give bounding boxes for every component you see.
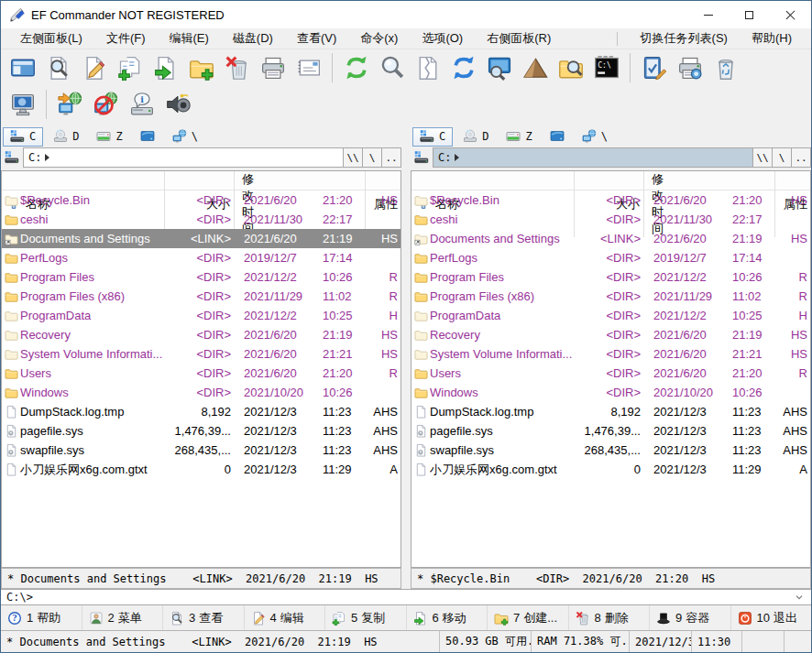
file-row[interactable]: pagefile.sys1,476,39...2021/12/311:23AHS — [411, 421, 810, 441]
file-row[interactable]: swapfile.sys268,435,...2021/12/311:23AHS — [2, 441, 401, 460]
file-row[interactable]: Program Files<DIR>2021/12/210:26R — [411, 267, 810, 287]
fkey-9-tophat-button[interactable]: 9容器 — [650, 605, 731, 630]
file-row[interactable]: 小刀娱乐网x6g.com.gtxt02021/12/311:29A — [2, 460, 401, 479]
file-row[interactable]: swapfile.sys268,435,...2021/12/311:23AHS — [411, 441, 810, 460]
drive-tab-Z[interactable]: Z — [499, 127, 539, 147]
copy-button[interactable] — [112, 51, 148, 84]
file-row[interactable]: ProgramData<DIR>2021/12/210:25H — [2, 306, 401, 325]
panels-button[interactable] — [5, 51, 40, 84]
drive-tab-C[interactable]: C — [3, 127, 43, 147]
file-row[interactable]: $Recycle.Bin<DIR>2021/6/2021:20HS — [411, 190, 810, 210]
drive-tab-\[interactable]: \ — [575, 127, 615, 147]
cmd-button[interactable]: C:\ — [588, 51, 624, 84]
right-parent-button[interactable]: .. — [792, 147, 811, 168]
file-row[interactable]: $Recycle.Bin<DIR>2021/6/2021:20HS — [2, 190, 401, 210]
left-backslash-button[interactable]: \ — [363, 147, 382, 168]
file-row[interactable]: Users<DIR>2021/6/2021:20R — [411, 364, 810, 383]
menu-item-3[interactable]: 磁盘(D) — [221, 28, 285, 49]
pyramid-button[interactable] — [517, 51, 553, 84]
fkey-7-newfolder-button[interactable]: 7创建... — [488, 605, 569, 630]
menu-item-right-1[interactable]: 帮助(H) — [740, 28, 804, 49]
move-button[interactable] — [148, 51, 183, 84]
fkey-3-view-button[interactable]: 3查看 — [163, 605, 245, 630]
edit-button[interactable] — [76, 51, 112, 84]
file-row[interactable]: Windows<DIR>2021/10/2010:26 — [2, 383, 401, 402]
options-button[interactable] — [636, 51, 672, 84]
print-button[interactable] — [255, 51, 291, 84]
file-row[interactable]: PerfLogs<DIR>2019/12/717:14 — [2, 248, 401, 267]
drive-tab-\[interactable]: \ — [165, 127, 205, 147]
search-button[interactable] — [374, 51, 410, 84]
left-parent-button[interactable]: .. — [382, 147, 401, 168]
fkey-5-copy-button[interactable]: 5复制 — [325, 605, 407, 630]
menu-item-1[interactable]: 文件(F) — [94, 28, 158, 49]
menu-item-5[interactable]: 命令(x) — [348, 28, 410, 49]
view-button[interactable] — [40, 51, 76, 84]
file-row[interactable]: Documents and Settings<LINK>2021/6/2021:… — [2, 229, 401, 248]
drive-tab-C[interactable]: C — [412, 127, 453, 147]
chevron-down-icon[interactable] — [793, 591, 806, 604]
trash-button[interactable] — [708, 51, 743, 84]
file-row[interactable]: Recovery<DIR>2021/6/2021:19HS — [411, 325, 810, 344]
split-button[interactable] — [410, 51, 445, 84]
file-row[interactable]: DumpStack.log.tmp8,1922021/12/311:23AHS — [2, 402, 401, 421]
right-backslash-button[interactable]: \ — [773, 147, 792, 168]
right-root-button[interactable]: \\ — [753, 147, 773, 168]
menu-item-6[interactable]: 选项(O) — [410, 28, 475, 49]
file-row[interactable]: Windows<DIR>2021/10/2010:26 — [411, 383, 810, 402]
drive-info-button[interactable]: i — [124, 88, 159, 121]
drive-tab-desktop[interactable] — [133, 127, 162, 147]
file-row[interactable]: DumpStack.log.tmp8,1922021/12/311:23AHS — [411, 402, 810, 421]
fkey-6-move-button[interactable]: 6移动 — [407, 605, 488, 630]
delete-button[interactable] — [219, 51, 255, 84]
file-row[interactable]: System Volume Informati...<DIR>2021/6/20… — [411, 344, 810, 364]
menu-item-7[interactable]: 右侧面板(R) — [475, 28, 563, 49]
screen-search-button[interactable] — [481, 51, 517, 84]
file-row[interactable]: pagefile.sys1,476,39...2021/12/311:23AHS — [2, 421, 401, 441]
file-row[interactable]: Program Files (x86)<DIR>2021/11/2911:02R — [411, 287, 810, 306]
file-row[interactable]: ProgramData<DIR>2021/12/210:25H — [411, 306, 810, 325]
file-row[interactable]: ceshi<DIR>2021/11/3022:17 — [411, 210, 810, 229]
file-row[interactable]: 小刀娱乐网x6g.com.gtxt02021/12/311:29A — [411, 460, 810, 479]
menu-item-right-0[interactable]: 切换任务列表(S) — [629, 28, 740, 49]
menu-item-4[interactable]: 查看(V) — [285, 28, 348, 49]
drive-tab-D[interactable]: D — [46, 127, 86, 147]
newfolder-button[interactable] — [183, 51, 219, 84]
command-line[interactable]: C:\> — [1, 589, 811, 605]
panel-splitter[interactable] — [401, 125, 411, 589]
file-row[interactable]: PerfLogs<DIR>2019/12/717:14 — [411, 248, 810, 267]
file-row[interactable]: Users<DIR>2021/6/2021:20R — [2, 364, 401, 383]
file-row[interactable]: Documents and Settings<LINK>2021/6/2021:… — [411, 229, 810, 248]
fkey-4-edit-button[interactable]: 4编辑 — [245, 605, 326, 630]
fkey-8-delete-button[interactable]: 8删除 — [569, 605, 651, 630]
email-button[interactable] — [291, 51, 326, 84]
left-root-button[interactable]: \\ — [344, 147, 363, 168]
close-button[interactable] — [770, 1, 811, 28]
refresh-blue-button[interactable] — [445, 51, 481, 84]
fkey-1-help-button[interactable]: ?1帮助 — [1, 605, 82, 630]
audio-button[interactable] — [159, 88, 195, 121]
folder-search-button[interactable] — [553, 51, 588, 84]
maximize-button[interactable] — [729, 1, 770, 28]
file-row[interactable]: Program Files<DIR>2021/12/210:26R — [2, 267, 401, 287]
file-row[interactable]: Recovery<DIR>2021/6/2021:19HS — [2, 325, 401, 344]
menu-item-0[interactable]: 左侧面板(L) — [8, 28, 94, 49]
file-row[interactable]: Program Files (x86)<DIR>2021/11/2911:02R — [2, 287, 401, 306]
monitor-button[interactable] — [5, 88, 40, 121]
fkey-2-person-button[interactable]: 2菜单 — [82, 605, 164, 630]
drive-tab-D[interactable]: D — [455, 127, 496, 147]
left-path-input[interactable]: C: — [23, 147, 344, 168]
print-capture-button[interactable] — [672, 51, 708, 84]
drive-tab-desktop[interactable] — [543, 127, 572, 147]
right-path-input[interactable]: C: — [433, 147, 753, 168]
file-row[interactable]: System Volume Informati...<DIR>2021/6/20… — [2, 344, 401, 364]
net-connect-button[interactable] — [52, 88, 88, 121]
view-icon — [170, 611, 184, 626]
minimize-button[interactable] — [687, 1, 729, 28]
refresh-green-button[interactable] — [338, 51, 374, 84]
drive-tab-Z[interactable]: Z — [89, 127, 129, 147]
file-row[interactable]: ceshi<DIR>2021/11/3022:17 — [2, 210, 401, 229]
fkey-10-exit-button[interactable]: 10退出 — [731, 605, 812, 630]
menu-item-2[interactable]: 编辑(E) — [158, 28, 221, 49]
net-disconnect-button[interactable] — [88, 88, 124, 121]
